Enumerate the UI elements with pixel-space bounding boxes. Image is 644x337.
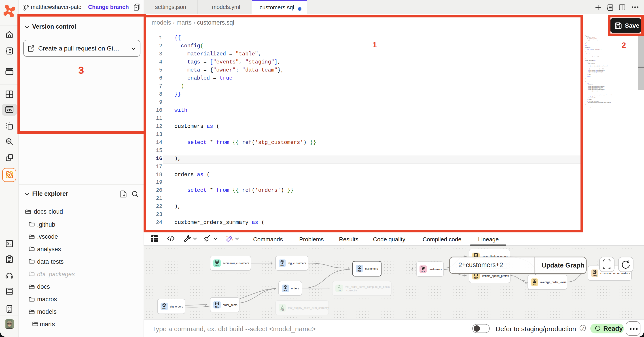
svg-text:customers: customers: [429, 268, 442, 271]
svg-text:MDL: MDL: [215, 306, 219, 308]
svg-text:lifetime_spend_pretax: lifetime_spend_pretax: [482, 275, 509, 278]
svg-text:Update Graph: Update Graph: [542, 262, 584, 269]
svg-text:MET: MET: [474, 277, 478, 279]
svg-text:_correctly: _correctly: [344, 289, 357, 292]
svg-text:SRC: SRC: [215, 264, 219, 267]
svg-text:MDL: MDL: [162, 308, 166, 310]
svg-text:MET: MET: [533, 283, 536, 286]
svg-text:ecom.raw_customers: ecom.raw_customers: [223, 262, 249, 265]
svg-text:stg_orders: stg_orders: [170, 305, 183, 308]
svg-text:MDL: MDL: [284, 289, 287, 292]
svg-text:SVQ: SVQ: [593, 274, 596, 277]
svg-text:average_order_value: average_order_value: [540, 281, 566, 284]
svg-text:TST: TST: [280, 309, 284, 311]
svg-text:test_order_items_compute_to_bo: test_order_items_compute_to_bools: [345, 285, 390, 289]
svg-text:customer_order_metrics: customer_order_metrics: [600, 272, 630, 275]
svg-text:SEM: SEM: [421, 270, 425, 273]
svg-text:MDL: MDL: [280, 264, 284, 267]
svg-text:stg_customers: stg_customers: [288, 262, 306, 265]
svg-text:2+customers+2: 2+customers+2: [458, 261, 503, 268]
svg-text:TST: TST: [337, 289, 341, 292]
svg-text:customers: customers: [365, 267, 378, 270]
svg-text:test_supply_costs_sum_correctl: test_supply_costs_sum_correctly: [288, 306, 329, 310]
svg-text:order_items: order_items: [223, 304, 237, 307]
svg-text:orders: orders: [291, 287, 299, 290]
svg-text:MDL: MDL: [358, 270, 361, 272]
